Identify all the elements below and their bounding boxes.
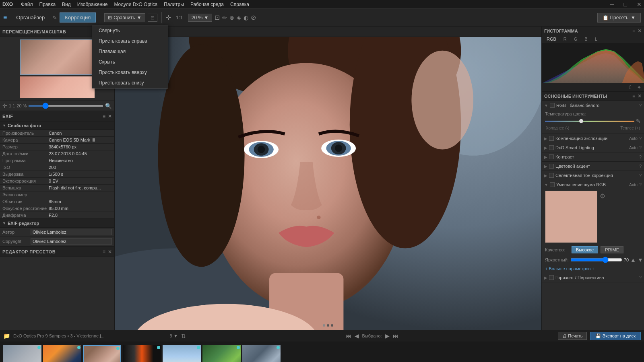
quality-high-btn[interactable]: Высокое <box>572 246 598 253</box>
film-thumb-6[interactable]: 6 - Ladybird.jpg <box>202 345 241 362</box>
film-thumb-7[interactable]: 7 - Ruegen Pier.nef <box>242 345 281 362</box>
menu-palettes[interactable]: Палитры <box>164 2 184 7</box>
tool-exposure-checkbox[interactable] <box>549 136 554 141</box>
menu-view[interactable]: Вид <box>62 2 71 7</box>
menu-collapse[interactable]: Свернуть <box>92 27 115 36</box>
tool-nr-header[interactable]: ▼ Уменьшение шума RGB Auto ? <box>542 180 644 189</box>
tool-nr-question[interactable]: ? <box>639 182 642 187</box>
tool-exposure-header[interactable]: ▶ Компенсация экспозиции Auto ? <box>542 134 644 143</box>
repair-tool[interactable]: ⊗ <box>229 14 234 21</box>
menu-hide[interactable]: Скрыть <box>92 57 115 67</box>
tools-close-icon[interactable]: ✕ <box>638 93 642 99</box>
photo-props-header[interactable]: ▼ Свойства фото <box>0 121 114 130</box>
maximize-btn[interactable]: □ <box>624 1 627 8</box>
tool-hor-header[interactable]: ▶ Горизонт / Перспектива ? <box>542 273 644 282</box>
tool-hor-checkbox[interactable] <box>549 275 554 280</box>
filter-count[interactable]: 9 ▼ <box>170 333 178 338</box>
author-input[interactable] <box>31 229 112 235</box>
zoom-plus-btn[interactable]: ✛ <box>2 103 7 109</box>
more-params[interactable]: + Больше параметров + <box>542 265 644 273</box>
picker-tool[interactable]: ◈ <box>237 14 241 21</box>
secondary-thumbnail[interactable] <box>20 76 95 98</box>
exif-editor-header[interactable]: ▼ EXIF-редактор <box>0 219 114 228</box>
quality-prime-btn[interactable]: PRIME <box>601 246 623 253</box>
exif-menu-icon[interactable]: ≡ <box>103 113 105 119</box>
menu-help[interactable]: Справка <box>230 2 249 7</box>
film-thumb-2[interactable]: 2 - Bosque Sunrise.nef <box>43 345 81 362</box>
tool-st-header[interactable]: ▶ Селективная тон-коррекция ? <box>542 171 644 180</box>
channel-rgb[interactable]: RGB <box>545 36 558 42</box>
film-thumb-1[interactable]: 1 - Helene.jpg <box>3 345 41 362</box>
exif-close-icon[interactable]: ✕ <box>108 113 112 119</box>
minimize-btn[interactable]: ─ <box>610 1 614 8</box>
main-thumbnail[interactable] <box>20 39 95 75</box>
brightness-up-icon[interactable]: ▲ <box>630 257 636 263</box>
tools-menu-icon[interactable]: ≡ <box>632 93 635 99</box>
compare-btn[interactable]: ⊞ Сравнить ▼ <box>104 13 145 22</box>
filmstrip-first[interactable]: ⏮ <box>346 333 351 339</box>
crop-tool[interactable]: ⊡ <box>215 14 220 21</box>
tool-st-question[interactable]: ? <box>639 173 642 178</box>
filmstrip-last[interactable]: ⏭ <box>393 333 398 339</box>
tool-contrast-question[interactable]: ? <box>639 154 642 159</box>
tool-wb-checkbox[interactable] <box>550 103 555 108</box>
grid-view-btn[interactable]: ⊟ <box>148 14 157 22</box>
film-thumb-4[interactable]: 4 - Fire-eater.cr2 <box>123 345 161 362</box>
tool-sl-question[interactable]: ? <box>639 145 642 150</box>
menu-floating[interactable]: Плавающая <box>92 46 115 57</box>
tool-st-checkbox[interactable] <box>549 173 554 178</box>
preset-close-icon[interactable]: ✕ <box>108 249 112 255</box>
organizer-btn[interactable]: Органайзер <box>11 12 50 23</box>
tool-wb-question[interactable]: ? <box>639 103 642 108</box>
menu-file[interactable]: Файл <box>21 2 33 7</box>
tool-exposure-question[interactable]: ? <box>639 136 642 141</box>
moon-icon[interactable]: ☾ <box>628 84 634 90</box>
tool-hor-question[interactable]: ? <box>639 275 642 280</box>
channel-b[interactable]: B <box>583 36 589 42</box>
wb-eyedropper[interactable]: ✎ <box>636 118 641 124</box>
correction-btn[interactable]: Коррекция <box>60 12 96 23</box>
eyedropper-tool[interactable]: ⊘ <box>251 14 256 21</box>
tool-sl-header[interactable]: ▶ DxO Smart Lighting Auto ? <box>542 143 644 152</box>
film-thumb-3[interactable]: 3 - Victorienne.jpg <box>83 345 121 362</box>
gradient-tool[interactable]: ◐ <box>244 14 248 21</box>
zoom-1to1-btn[interactable]: 1:1 <box>173 14 186 21</box>
menu-dock-top[interactable]: Пристыковать вверху <box>92 67 115 78</box>
channel-l[interactable]: L <box>593 36 599 42</box>
menu-modules[interactable]: Модули DxO Optics <box>114 2 157 7</box>
channel-r[interactable]: R <box>562 36 568 42</box>
menu-dock-right[interactable]: Пристыковать справа <box>92 36 115 46</box>
menu-dock-bottom[interactable]: Пристыковать снизу <box>92 78 115 88</box>
filmstrip-prev[interactable]: ◀ <box>355 333 359 339</box>
brightness-down-icon[interactable]: ▼ <box>638 257 643 263</box>
hist-menu-icon[interactable]: ≡ <box>632 28 635 34</box>
brush-tool[interactable]: ✏ <box>222 14 227 21</box>
move-tool[interactable]: ✛ <box>166 14 171 21</box>
main-image-container[interactable] <box>115 37 541 330</box>
tool-contrast-checkbox[interactable] <box>549 154 554 159</box>
nr-gear-icon[interactable]: ⚙ <box>600 192 605 200</box>
zoom-percent-btn[interactable]: 20 % ▼ <box>188 14 213 22</box>
tool-nr-checkbox[interactable] <box>550 182 555 187</box>
menu-edit[interactable]: Правка <box>39 2 56 7</box>
tool-wb-header[interactable]: ▼ RGB - баланс белого ? <box>542 101 644 110</box>
print-btn[interactable]: 🖨 Печать <box>558 332 587 340</box>
hist-close-icon[interactable]: ✕ <box>638 28 642 34</box>
filmstrip-play[interactable]: ▶ <box>385 333 390 339</box>
zoom-slider[interactable] <box>28 105 103 107</box>
tool-ca-checkbox[interactable] <box>549 164 554 169</box>
menu-image[interactable]: Изображение <box>77 2 108 7</box>
copyright-input[interactable] <box>31 238 112 245</box>
tool-ca-header[interactable]: ▶ Цветовой акцент ? <box>542 162 644 171</box>
tool-ca-question[interactable]: ? <box>639 164 642 169</box>
presets-btn[interactable]: 📋 Пресеты ▼ <box>597 13 641 23</box>
sort-icon[interactable]: ⇅ <box>181 333 186 339</box>
export-btn[interactable]: 💾 Экспорт на диск <box>590 332 641 340</box>
film-thumb-5[interactable]: 5 - Stockholm.jpg <box>163 345 201 362</box>
wb-slider[interactable] <box>545 121 634 122</box>
brightness-slider[interactable] <box>570 257 622 263</box>
sun-icon[interactable]: ✦ <box>637 84 642 90</box>
tool-sl-checkbox[interactable] <box>549 145 554 150</box>
tool-contrast-header[interactable]: ▶ Контраст ? <box>542 152 644 161</box>
close-btn[interactable]: ✕ <box>637 1 642 8</box>
